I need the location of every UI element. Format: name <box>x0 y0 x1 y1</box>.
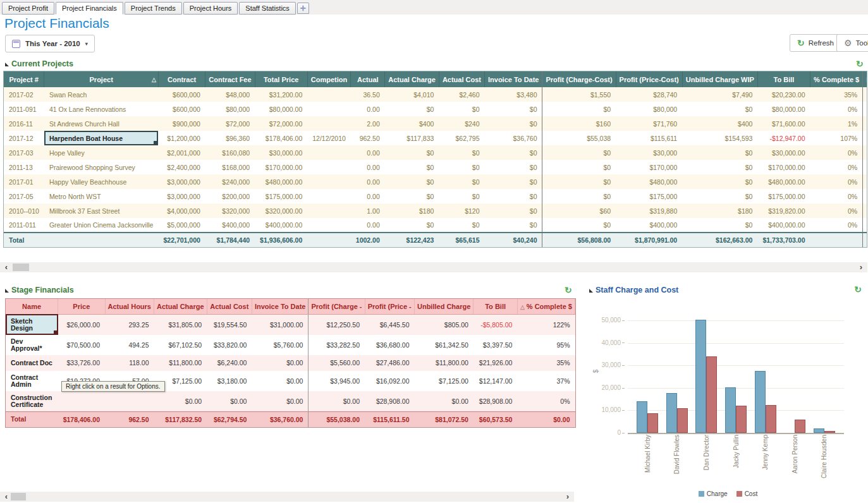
cell[interactable]: 0.00 <box>351 145 385 160</box>
cell[interactable]: 1% <box>810 116 863 131</box>
cell[interactable]: Construction Certificate <box>6 391 58 412</box>
cell[interactable]: 37% <box>517 371 575 391</box>
cell[interactable] <box>307 218 351 233</box>
cell[interactable]: 0% <box>810 218 863 233</box>
cell[interactable]: $3,000,000 <box>158 189 205 203</box>
cell[interactable] <box>863 87 867 102</box>
column-header-profit-charge-[interactable]: Profit (Charge - <box>309 299 365 314</box>
column-header-actual-hours[interactable]: Actual Hours <box>105 299 154 314</box>
column-header-project[interactable]: Project△ <box>44 71 159 87</box>
cell[interactable]: $240 <box>439 116 484 131</box>
cell[interactable] <box>863 174 867 189</box>
cell[interactable]: $180 <box>682 203 757 218</box>
scroll-left-arrow[interactable]: ‹ <box>2 492 11 502</box>
column-header--complete-[interactable]: △% Complete $ <box>517 299 575 314</box>
cell[interactable]: Contract Doc <box>6 355 58 371</box>
cell[interactable]: 0% <box>517 391 575 412</box>
cell[interactable]: $20,230.00 <box>757 87 810 102</box>
bar-charge[interactable] <box>695 320 706 433</box>
cell[interactable]: $170,000 <box>616 160 682 174</box>
stage-financials-header[interactable]: Stage Financials <box>5 286 74 294</box>
cell[interactable]: $0 <box>682 160 757 174</box>
cell[interactable]: $80,000 <box>205 102 255 116</box>
stage-financials-refresh-icon[interactable]: ↻ <box>565 285 572 295</box>
cell[interactable]: Prairewood Shopping Survey <box>44 160 159 174</box>
current-projects-header[interactable]: Current Projects <box>5 59 73 68</box>
cell[interactable]: $30,000.00 <box>255 145 307 160</box>
cell[interactable]: $0 <box>485 145 542 160</box>
column-header-price[interactable]: Price <box>58 299 105 314</box>
cell[interactable]: 0.00 <box>351 218 385 233</box>
cell[interactable]: $36,760 <box>485 131 542 145</box>
cell[interactable]: 0% <box>810 203 863 218</box>
current-projects-refresh-icon[interactable]: ↻ <box>856 59 864 69</box>
cell[interactable]: $0.00 <box>252 391 308 412</box>
column-header-contract[interactable]: Contract <box>158 71 205 87</box>
cell[interactable]: $0 <box>485 218 542 233</box>
cell[interactable]: $0 <box>485 189 542 203</box>
cell[interactable]: 118.00 <box>105 355 154 371</box>
staff-chart-refresh-icon[interactable]: ↻ <box>854 284 862 294</box>
cell[interactable]: $0 <box>439 189 484 203</box>
cell[interactable]: $400,000.00 <box>255 218 307 233</box>
column-header-actual-charge[interactable]: Actual Charge <box>154 299 207 314</box>
cell[interactable]: $0.00 <box>414 391 473 412</box>
cell[interactable] <box>307 174 351 189</box>
current-projects-hscrollbar[interactable]: ‹ › <box>0 262 867 272</box>
cell[interactable]: Swan Reach <box>44 87 159 102</box>
cell[interactable]: $200,000 <box>205 189 255 203</box>
cell[interactable]: $0 <box>682 189 757 203</box>
cell[interactable]: $30,000.00 <box>757 145 810 160</box>
cell[interactable]: $320,000 <box>205 203 255 218</box>
column-header-unbilled-charge[interactable]: Unbilled Charge <box>414 299 473 314</box>
cell[interactable]: $72,000 <box>205 116 255 131</box>
bar-charge[interactable] <box>755 371 766 433</box>
cell[interactable]: $0 <box>385 102 439 116</box>
cell[interactable]: $36,680.00 <box>365 335 414 355</box>
cell[interactable]: $0 <box>485 116 542 131</box>
cell[interactable]: $480,000 <box>616 174 682 189</box>
column-header-profit-charge-cost-[interactable]: Profit (Charge-Cost) <box>542 71 616 87</box>
cell[interactable]: 36.50 <box>351 87 385 102</box>
cell[interactable]: $240,000 <box>205 174 255 189</box>
cell[interactable]: St Andrews Church Hall <box>44 116 159 131</box>
cell[interactable]: $0 <box>542 174 616 189</box>
legend-item[interactable]: Cost <box>737 490 758 497</box>
cell[interactable]: $28,908.00 <box>474 391 518 412</box>
column-header-name[interactable]: Name <box>6 299 58 314</box>
cell[interactable]: $48,000 <box>205 87 255 102</box>
cell[interactable]: $28,908.00 <box>365 391 414 412</box>
cell[interactable]: $31,000.00 <box>252 314 308 335</box>
cell[interactable]: $3,480 <box>485 87 542 102</box>
cell[interactable]: $0 <box>682 174 757 189</box>
cell[interactable]: $0 <box>542 189 616 203</box>
cell[interactable]: $21,926.00 <box>474 355 518 371</box>
cell[interactable]: $400,000 <box>616 218 682 233</box>
cell[interactable] <box>863 131 867 145</box>
cell[interactable] <box>863 160 867 174</box>
cell[interactable]: 2010--010 <box>4 203 44 218</box>
cell[interactable]: $30,000 <box>616 145 682 160</box>
bar-cost[interactable] <box>736 406 747 433</box>
cell[interactable] <box>863 102 867 116</box>
scroll-right-arrow[interactable]: › <box>857 262 865 272</box>
cell[interactable]: 2016-11 <box>4 116 44 131</box>
cell[interactable]: $28,740 <box>616 87 682 102</box>
cell[interactable]: $80,000.00 <box>255 102 307 116</box>
cell[interactable]: $11,800.00 <box>414 355 473 371</box>
cell[interactable]: $168,000 <box>205 160 255 174</box>
cell[interactable]: -$12,947.00 <box>757 131 810 145</box>
cell[interactable]: Greater Union Cinema Jacksonville <box>44 218 159 233</box>
cell[interactable] <box>863 116 867 131</box>
cell[interactable]: $0.00 <box>207 391 252 412</box>
cell[interactable]: $0.00 <box>154 391 207 412</box>
bar-cost[interactable] <box>647 413 658 433</box>
cell[interactable]: $115,611 <box>616 131 682 145</box>
cell[interactable]: $55,038 <box>542 131 616 145</box>
bar-charge[interactable] <box>814 428 824 433</box>
cell[interactable]: $6,445.50 <box>365 314 414 335</box>
cell[interactable]: $400 <box>385 116 439 131</box>
cell[interactable]: Sketch Design <box>6 314 58 335</box>
cell[interactable]: $71,600.00 <box>757 116 810 131</box>
column-header-contract-fee[interactable]: Contract Fee <box>205 71 255 87</box>
